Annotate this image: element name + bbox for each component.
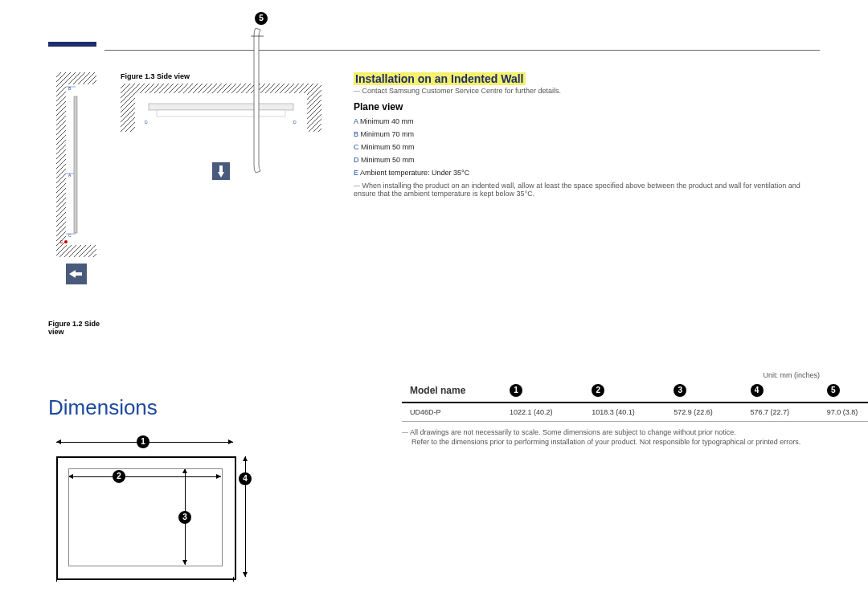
spec-b: Minimum 70 mm — [361, 130, 415, 138]
panel-profile — [74, 96, 77, 233]
dimensions-title: Dimensions — [48, 395, 370, 420]
svg-rect-5 — [307, 84, 321, 132]
fig-1-2-caption: Figure 1.2 Side view — [48, 320, 104, 336]
dims-foot-1: All drawings are not necessarily to scal… — [410, 428, 736, 436]
wall-left — [56, 84, 66, 245]
spec-e: Ambient temperature: Under 35°C — [360, 169, 469, 177]
svg-point-0 — [64, 240, 68, 243]
svg-rect-6 — [135, 84, 307, 93]
front-drawing: 1 2 3 4 — [48, 432, 249, 585]
cell-model: UD46D-P — [402, 403, 502, 422]
header-accent — [48, 42, 96, 47]
wall-bottom — [56, 245, 96, 257]
spec-c: Minimum 50 mm — [361, 143, 415, 151]
th-5: 5 — [827, 384, 840, 397]
th-1: 1 — [510, 384, 522, 397]
header-rule — [104, 50, 820, 51]
fig-1-2-sideview: B A C E — [56, 72, 96, 260]
plane-view-title: Plane view — [354, 101, 820, 112]
cell-5: 97.0 (3.8) — [819, 403, 868, 422]
right-column: Installation on an Indented Wall ― Conta… — [354, 72, 820, 198]
svg-rect-4 — [121, 84, 135, 132]
bullet-1: 1 — [137, 435, 149, 448]
th-3: 3 — [674, 384, 686, 397]
table-row: UD46D-P 1022.1 (40.2) 1018.3 (40.1) 572.… — [402, 403, 868, 422]
wall-top — [56, 72, 96, 84]
fig-1-3-caption: Figure 1.3 Side view — [121, 72, 321, 80]
cell-3: 572.9 (22.6) — [665, 403, 742, 422]
install-note-2: When installing the product on an indent… — [354, 182, 800, 198]
unit-label: Unit: mm (inches) — [402, 371, 820, 379]
cell-4: 576.7 (22.7) — [743, 403, 819, 422]
label-d-right: D — [293, 120, 297, 125]
bullet-4: 4 — [239, 472, 252, 485]
th-2: 2 — [592, 384, 604, 397]
fig-1-3-topview: D D — [121, 84, 321, 156]
arrow-left-icon — [66, 264, 87, 284]
install-note-1: Contact Samsung Customer Service Centre … — [362, 87, 562, 95]
install-title: Installation on an Indented Wall — [354, 72, 820, 85]
label-d-left: D — [145, 120, 148, 125]
dimensions-table: Model name 1 2 3 4 5 UD46D-P 1022.1 (40.… — [402, 379, 868, 422]
left-column: B A C E Figure 1.2 Side view — [48, 72, 338, 339]
th-model: Model name — [402, 379, 502, 403]
th-4: 4 — [751, 384, 764, 397]
cell-2: 1018.3 (40.1) — [583, 403, 665, 422]
bullet-5: 5 — [255, 12, 268, 25]
arrow-down-icon — [212, 162, 230, 180]
dims-foot-2: Refer to the dimensions prior to perform… — [411, 438, 820, 446]
side-profile-drawing: 5 — [249, 12, 273, 165]
cell-1: 1022.1 (40.2) — [502, 403, 583, 422]
spec-d: Minimum 50 mm — [361, 156, 415, 164]
spec-a: Minimum 40 mm — [360, 117, 414, 125]
